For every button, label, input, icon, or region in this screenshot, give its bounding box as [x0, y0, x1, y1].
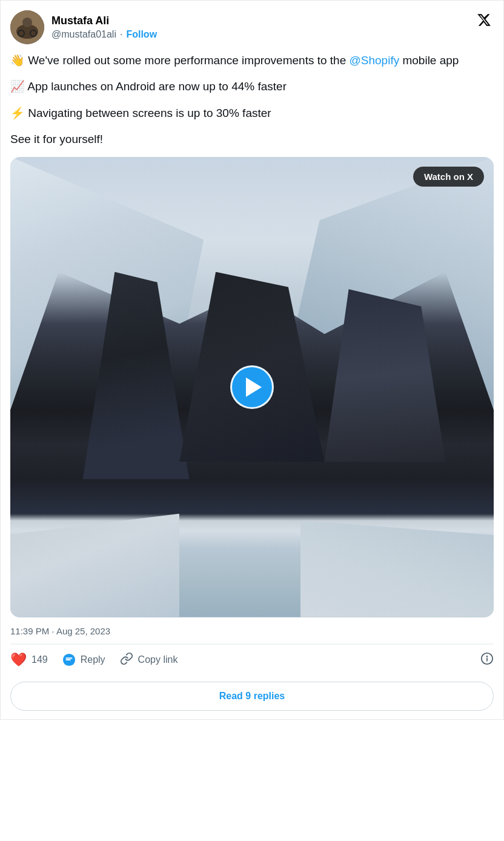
main-mountain [10, 272, 494, 617]
watch-on-x-button[interactable]: Watch on X [413, 167, 484, 187]
tweet-line1-text: 👋 We've rolled out some more performance… [10, 54, 350, 67]
snow-base-right [300, 520, 494, 617]
avatar[interactable] [10, 10, 44, 44]
heart-icon: ❤️ [10, 652, 27, 668]
like-count: 149 [31, 654, 48, 665]
tweet-body: 👋 We've rolled out some more performance… [10, 52, 494, 148]
like-action[interactable]: ❤️ 149 [10, 652, 48, 668]
play-icon [246, 377, 262, 397]
play-button[interactable] [230, 365, 274, 409]
display-name: Mustafa Ali [51, 15, 157, 28]
tweet-line1-end: mobile app [399, 54, 459, 67]
tweet-timestamp: 11:39 PM · Aug 25, 2023 [10, 617, 494, 643]
username-follow-row: @mustafa01ali · Follow [51, 29, 157, 40]
reply-label: Reply [81, 654, 105, 665]
user-info: Mustafa Ali @mustafa01ali · Follow [51, 15, 157, 40]
tweet-actions: ❤️ 149 Reply Copy link [10, 644, 494, 676]
tweet-header-left: Mustafa Ali @mustafa01ali · Follow [10, 10, 157, 44]
copy-link-label: Copy link [138, 654, 178, 665]
tweet-line4: See it for yourself! [10, 130, 494, 148]
separator-dot: · [120, 29, 122, 40]
copy-link-action[interactable]: Copy link [120, 652, 178, 668]
tweet-line1: 👋 We've rolled out some more performance… [10, 52, 494, 69]
read-replies-button[interactable]: Read 9 replies [10, 682, 494, 711]
tweet-line3: ⚡ Navigating between screens is up to 30… [10, 104, 494, 122]
reply-bubble-icon [62, 653, 76, 666]
link-icon [120, 652, 133, 668]
info-button[interactable] [480, 652, 494, 668]
x-logo-button[interactable] [474, 10, 494, 30]
avatar-image [10, 10, 44, 44]
username: @mustafa01ali [51, 29, 116, 40]
video-container[interactable]: Watch on X [10, 157, 494, 617]
tweet-line2: 📈 App launches on Android are now up to … [10, 78, 494, 95]
tweet-header: Mustafa Ali @mustafa01ali · Follow [10, 10, 494, 44]
follow-button[interactable]: Follow [126, 29, 157, 40]
reply-action[interactable]: Reply [62, 653, 105, 666]
tweet-card: Mustafa Ali @mustafa01ali · Follow 👋 We'… [0, 0, 504, 720]
shopify-mention[interactable]: @Shopify [350, 54, 400, 67]
svg-point-2 [22, 18, 32, 27]
